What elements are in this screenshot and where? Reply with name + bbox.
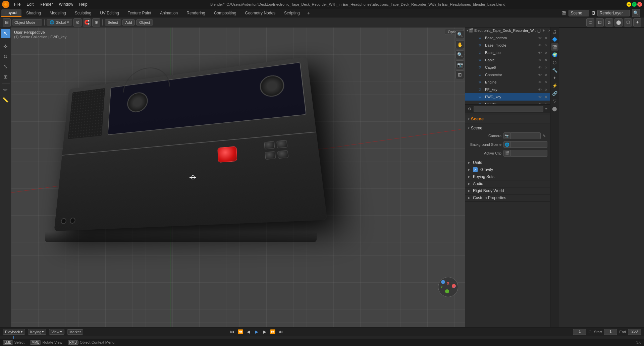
- list-item[interactable]: ▽ Cable 👁 ✕: [465, 56, 550, 64]
- gravity-checkbox[interactable]: ✓: [473, 167, 478, 172]
- viewport[interactable]: User Perspective (1) Scene Collection | …: [11, 27, 465, 327]
- camera-field-text[interactable]: [511, 132, 541, 139]
- list-item[interactable]: ▽ FWD_key 👁 ✕: [465, 93, 550, 101]
- transform-pivot-icon[interactable]: ⊙: [73, 18, 82, 26]
- list-item[interactable]: ▽ Base_middle 👁 ✕: [465, 42, 550, 49]
- background-scene-field[interactable]: 🌐: [503, 141, 547, 148]
- object-props-icon[interactable]: ⬡: [551, 59, 558, 66]
- tab-modeling[interactable]: Modeling: [46, 10, 70, 16]
- maximize-button[interactable]: □: [632, 2, 637, 7]
- jump-start-button[interactable]: ⏮: [229, 329, 236, 335]
- rotate-tool-button[interactable]: ↻: [1, 52, 10, 61]
- keying-menu[interactable]: Keying ▾: [28, 329, 47, 335]
- visibility-icon[interactable]: 👁: [537, 43, 543, 48]
- bg-field-text[interactable]: [511, 141, 547, 148]
- menu-edit[interactable]: Edit: [24, 1, 36, 7]
- visibility-icon[interactable]: 👁: [537, 65, 543, 70]
- shading-solid-icon[interactable]: ⬤: [614, 18, 623, 26]
- output-props-icon[interactable]: 🖨: [551, 28, 558, 35]
- disable-icon[interactable]: ✕: [543, 57, 549, 63]
- constraints-props-icon[interactable]: 🔗: [551, 90, 558, 97]
- marker-menu[interactable]: Marker: [67, 329, 83, 335]
- menu-window[interactable]: Window: [56, 1, 76, 7]
- scene-selector[interactable]: Scene: [569, 10, 589, 16]
- viewport-overlays-icon[interactable]: ⬭: [586, 18, 594, 26]
- menu-file[interactable]: File: [11, 1, 23, 7]
- mode-dropdown[interactable]: Object Mode: [12, 19, 42, 25]
- viewport-canvas[interactable]: User Perspective (1) Scene Collection | …: [11, 27, 465, 327]
- disable-icon[interactable]: ✕: [543, 94, 549, 100]
- camera-edit-button[interactable]: ✎: [541, 132, 547, 139]
- list-item[interactable]: ▽ Engine 👁 ✕: [465, 78, 550, 86]
- visibility-icon[interactable]: 👁: [537, 35, 543, 41]
- list-item[interactable]: ▽ Connector 👁 ✕: [465, 71, 550, 78]
- visibility-icon[interactable]: 👁: [537, 79, 543, 85]
- list-item[interactable]: ▽ Base_top 👁 ✕: [465, 49, 550, 56]
- audio-header[interactable]: ▶ Audio: [465, 180, 550, 187]
- active-clip-field[interactable]: 🎬: [503, 150, 547, 157]
- visibility-icon[interactable]: 👁: [537, 94, 543, 100]
- jump-prev-keyframe-button[interactable]: ⏪: [237, 329, 244, 335]
- viewport-type-icon[interactable]: ⊞: [3, 18, 11, 26]
- tab-animation[interactable]: Animation: [156, 10, 182, 16]
- menu-render[interactable]: Render: [37, 1, 55, 7]
- panel-search[interactable]: [474, 106, 543, 112]
- modifier-props-icon[interactable]: 🔧: [551, 66, 558, 74]
- jump-next-keyframe-button[interactable]: ⏩: [269, 329, 276, 335]
- start-frame-input[interactable]: 1: [604, 329, 617, 335]
- tab-rendering[interactable]: Rendering: [182, 10, 209, 16]
- disable-icon[interactable]: ✕: [543, 72, 549, 77]
- step-back-button[interactable]: ◀: [245, 329, 252, 335]
- current-frame-input[interactable]: 1: [573, 329, 586, 335]
- disable-icon[interactable]: ✕: [543, 79, 549, 85]
- tab-uv-editing[interactable]: UV Editing: [96, 10, 123, 16]
- visibility-icon[interactable]: 👁: [541, 28, 546, 33]
- jump-end-button[interactable]: ⏭: [277, 329, 284, 335]
- view-menu[interactable]: View ▾: [49, 329, 64, 335]
- tab-geometry-nodes[interactable]: Geometry Nodes: [241, 10, 279, 16]
- visibility-icon[interactable]: 👁: [537, 102, 543, 104]
- scene-sub-header[interactable]: ▾ Scene: [465, 125, 550, 131]
- world-props-icon[interactable]: 🌍: [551, 51, 558, 58]
- visibility-icon[interactable]: 👁: [537, 50, 543, 55]
- menu-help[interactable]: Help: [76, 1, 90, 7]
- playback-menu[interactable]: Playback ▾: [3, 329, 25, 335]
- shading-wireframe-icon[interactable]: ⧄: [605, 18, 613, 26]
- move-tool-button[interactable]: ✛: [1, 42, 10, 51]
- select-menu[interactable]: Select: [105, 19, 121, 25]
- object-data-props-icon[interactable]: ▽: [551, 97, 558, 105]
- list-item[interactable]: ▽ Base_bottom 👁 ✕: [465, 34, 550, 42]
- tab-compositing[interactable]: Compositing: [210, 10, 240, 16]
- camera-icon[interactable]: 📷: [455, 60, 464, 69]
- list-item[interactable]: ▽ Handle 👁 ✕: [465, 101, 550, 104]
- minimize-button[interactable]: –: [627, 2, 631, 7]
- filter-icon[interactable]: ≡: [545, 107, 547, 111]
- play-button[interactable]: ▶: [253, 329, 260, 335]
- search-button[interactable]: 🔍: [632, 9, 640, 17]
- proportional-edit-icon[interactable]: ⊕: [92, 18, 100, 26]
- scene-props-icon[interactable]: 🎬: [551, 43, 558, 51]
- keying-sets-header[interactable]: ▶ Keying Sets: [465, 173, 550, 180]
- end-frame-input[interactable]: 250: [628, 329, 641, 335]
- disable-icon[interactable]: ✕: [543, 87, 549, 92]
- navigation-gizmo[interactable]: X Y Z: [435, 274, 462, 300]
- shading-material-icon[interactable]: ⬡: [624, 18, 632, 26]
- disable-icon[interactable]: ✕: [543, 50, 549, 55]
- annotate-tool-button[interactable]: ✏: [1, 85, 10, 95]
- tab-sculpting[interactable]: Sculpting: [71, 10, 95, 16]
- tab-shading[interactable]: Shading: [22, 10, 45, 16]
- grid-icon[interactable]: ⊞: [455, 70, 464, 79]
- close-button[interactable]: ✕: [637, 2, 642, 7]
- disable-icon[interactable]: ✕: [543, 35, 549, 41]
- snap-icon[interactable]: 🧲: [83, 18, 91, 26]
- physics-props-icon[interactable]: ⚡: [551, 82, 558, 89]
- gravity-header[interactable]: ▶ ✓ Gravity: [465, 166, 550, 173]
- step-forward-button[interactable]: ▶: [261, 329, 268, 335]
- material-props-icon[interactable]: ⬤: [551, 105, 558, 112]
- scale-tool-button[interactable]: ⤡: [1, 62, 10, 71]
- xray-icon[interactable]: ⊡: [596, 18, 604, 26]
- tab-layout[interactable]: Layout: [1, 9, 21, 17]
- measure-tool-button[interactable]: 📏: [1, 95, 10, 105]
- clip-field-text[interactable]: [511, 150, 547, 157]
- viewport-shading-selector[interactable]: 🌐 Global ▾: [47, 19, 72, 25]
